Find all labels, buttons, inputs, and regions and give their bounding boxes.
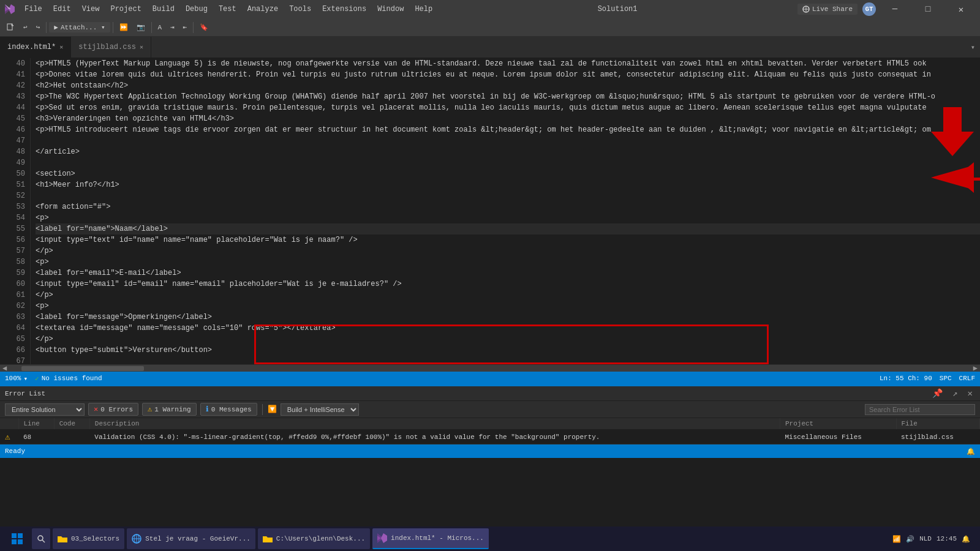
menu-window[interactable]: Window bbox=[372, 4, 409, 15]
code-line-65[interactable]: </p> bbox=[36, 334, 980, 345]
menu-build[interactable]: Build bbox=[148, 4, 179, 15]
zoom-level[interactable]: 100% ▾ bbox=[5, 375, 28, 383]
taskbar-search[interactable] bbox=[32, 528, 50, 549]
panel-undock-button[interactable]: ↗ bbox=[950, 388, 960, 399]
code-line-60[interactable]: <input type="email" id="email" name="ema… bbox=[36, 279, 980, 290]
col-project[interactable]: Project bbox=[780, 418, 897, 430]
code-line-62[interactable]: <p> bbox=[36, 301, 980, 312]
error-scope-filter[interactable]: Entire Solution bbox=[5, 403, 85, 416]
menu-tools[interactable]: Tools bbox=[284, 4, 316, 15]
no-issues-indicator[interactable]: ✓ No issues found bbox=[35, 375, 102, 383]
code-line-63[interactable]: <label for="message">Opmerkingen</label> bbox=[36, 312, 980, 323]
panel-close-button[interactable]: ✕ bbox=[965, 388, 975, 399]
toolbar-separator-1 bbox=[46, 22, 47, 33]
tab-overflow-chevron[interactable]: ▾ bbox=[966, 37, 980, 58]
menu-file[interactable]: File bbox=[20, 4, 47, 15]
minimize-button[interactable]: ─ bbox=[881, 0, 909, 18]
menu-project[interactable]: Project bbox=[105, 4, 146, 15]
toolbar-bookmark[interactable]: 🔖 bbox=[196, 22, 212, 32]
code-line-43[interactable]: <p>The W3C Hypertext Application Technol… bbox=[36, 91, 980, 102]
code-line-54[interactable]: <p> bbox=[36, 212, 980, 223]
table-row[interactable]: ⚠ 68 Validation (CSS 4.0): "-ms-linear-g… bbox=[0, 430, 980, 444]
taskbar-vs[interactable]: index.html* - Micros... bbox=[372, 528, 489, 549]
code-line-42[interactable]: <h2>Het ontstaan</h2> bbox=[36, 80, 980, 91]
code-line-64[interactable]: <textarea id="message" name="message" co… bbox=[36, 323, 980, 334]
toolbar-new-project[interactable] bbox=[2, 22, 18, 33]
start-button[interactable] bbox=[5, 530, 29, 548]
toolbar-format[interactable]: A bbox=[154, 23, 166, 32]
toolbar-undo[interactable]: ↩ bbox=[20, 22, 31, 32]
toolbar-btn-2[interactable]: 📷 bbox=[133, 22, 149, 32]
profile-avatar[interactable]: GT bbox=[862, 2, 876, 16]
menu-view[interactable]: View bbox=[77, 4, 105, 15]
code-line-53[interactable]: <form action="#"> bbox=[36, 201, 980, 212]
code-line-49[interactable] bbox=[36, 157, 980, 168]
tab-stijlblad-css[interactable]: stijlblad.css ✕ bbox=[71, 37, 151, 58]
code-line-46[interactable]: <p>HTML5 introduceert nieuwe tags die er… bbox=[36, 124, 980, 135]
build-filter-select[interactable]: Build + IntelliSense bbox=[281, 403, 359, 416]
windows-icon bbox=[12, 533, 23, 544]
code-line-48[interactable]: </article> bbox=[36, 146, 980, 157]
tray-notification[interactable]: 🔔 bbox=[962, 535, 970, 543]
code-editor[interactable]: <p>HTML5 (HyperText Markup Language 5) i… bbox=[31, 58, 980, 364]
notification-icon[interactable]: 🔔 bbox=[967, 448, 975, 455]
horizontal-scrollbar[interactable]: ◀ ▶ bbox=[0, 364, 980, 372]
code-line-52[interactable] bbox=[36, 190, 980, 201]
message-count-button[interactable]: ℹ 0 Messages bbox=[200, 403, 257, 416]
code-line-45[interactable]: <h3>Veranderingen ten opzichte van HTML4… bbox=[36, 113, 980, 124]
menu-test[interactable]: Test bbox=[214, 4, 241, 15]
col-line[interactable]: Line bbox=[18, 418, 54, 430]
svg-line-19 bbox=[42, 540, 45, 542]
code-line-67[interactable] bbox=[36, 356, 980, 364]
cursor-position: Ln: 55 Ch: 90 bbox=[880, 375, 932, 382]
warning-count-button[interactable]: ⚠ 1 Warning bbox=[142, 403, 197, 416]
code-line-51[interactable]: <h1>Meer info?</h1> bbox=[36, 179, 980, 190]
code-line-66[interactable]: <button type="submit">Versturen</button> bbox=[36, 345, 980, 356]
row-warn-icon: ⚠ bbox=[0, 430, 18, 444]
code-line-56[interactable]: <input type="text" id="name" name="name"… bbox=[36, 234, 980, 246]
code-line-57[interactable]: </p> bbox=[36, 246, 980, 257]
taskbar-folder-2[interactable]: C:\Users\glenn\Desk... bbox=[258, 528, 370, 549]
tray-volume-icon: 🔊 bbox=[906, 535, 914, 543]
row-description: Validation (CSS 4.0): "-ms-linear-gradie… bbox=[89, 430, 780, 444]
code-line-58[interactable]: <p> bbox=[36, 257, 980, 268]
taskbar-folder-1[interactable]: 03_Selectors bbox=[53, 528, 124, 549]
code-line-55[interactable]: <label for="name">Naam</label> bbox=[36, 223, 980, 234]
code-line-41[interactable]: <p>Donec vitae lorem quis dui ultrices h… bbox=[36, 69, 980, 80]
panel-pin-button[interactable]: 📌 bbox=[930, 388, 945, 399]
line-ending-indicator: CRLF bbox=[959, 375, 975, 382]
menu-analyze[interactable]: Analyze bbox=[243, 4, 283, 15]
menu-edit[interactable]: Edit bbox=[48, 4, 76, 15]
error-search-input[interactable] bbox=[865, 404, 975, 415]
code-line-40[interactable]: <p>HTML5 (HyperText Markup Language 5) i… bbox=[36, 58, 980, 69]
toolbar-outdent[interactable]: ⇤ bbox=[179, 22, 191, 32]
col-description[interactable]: Description bbox=[89, 418, 780, 430]
taskbar-browser[interactable]: Stel je vraag - GoeieVr... bbox=[127, 528, 255, 549]
menu-extensions[interactable]: Extensions bbox=[317, 4, 371, 15]
scroll-right-btn[interactable]: ▶ bbox=[971, 364, 980, 373]
tab-close-index-html[interactable]: ✕ bbox=[59, 43, 63, 51]
attach-button[interactable]: ▶ Attach... ▾ bbox=[49, 22, 110, 32]
error-count-button[interactable]: ✕ 0 Errors bbox=[88, 403, 138, 416]
code-line-59[interactable]: <label for="email">E-mail</label> bbox=[36, 268, 980, 279]
scroll-left-btn[interactable]: ◀ bbox=[0, 364, 9, 373]
code-line-44[interactable]: <p>Sed ut eros enim, gravida tristique m… bbox=[36, 102, 980, 113]
code-line-61[interactable]: </p> bbox=[36, 290, 980, 301]
menu-help[interactable]: Help bbox=[410, 4, 437, 15]
live-share-icon bbox=[802, 6, 810, 13]
maximize-button[interactable]: □ bbox=[914, 0, 942, 18]
toolbar-indent[interactable]: ⇥ bbox=[167, 22, 178, 32]
col-code[interactable]: Code bbox=[54, 418, 89, 430]
code-line-50[interactable]: <section> bbox=[36, 168, 980, 179]
code-line-47[interactable] bbox=[36, 135, 980, 146]
live-share-button[interactable]: Live Share bbox=[797, 4, 858, 15]
close-button[interactable]: ✕ bbox=[947, 0, 975, 18]
toolbar-redo[interactable]: ↪ bbox=[32, 22, 44, 32]
scroll-thumb[interactable] bbox=[21, 366, 144, 371]
tab-index-html[interactable]: index.html* ✕ bbox=[0, 37, 71, 58]
toolbar-btn-1[interactable]: ⏩ bbox=[116, 22, 132, 32]
title-bar-right: Live Share GT ─ □ ✕ bbox=[797, 0, 975, 18]
col-file[interactable]: File bbox=[896, 418, 979, 430]
tab-close-stijlblad-css[interactable]: ✕ bbox=[140, 43, 143, 51]
menu-debug[interactable]: Debug bbox=[181, 4, 213, 15]
